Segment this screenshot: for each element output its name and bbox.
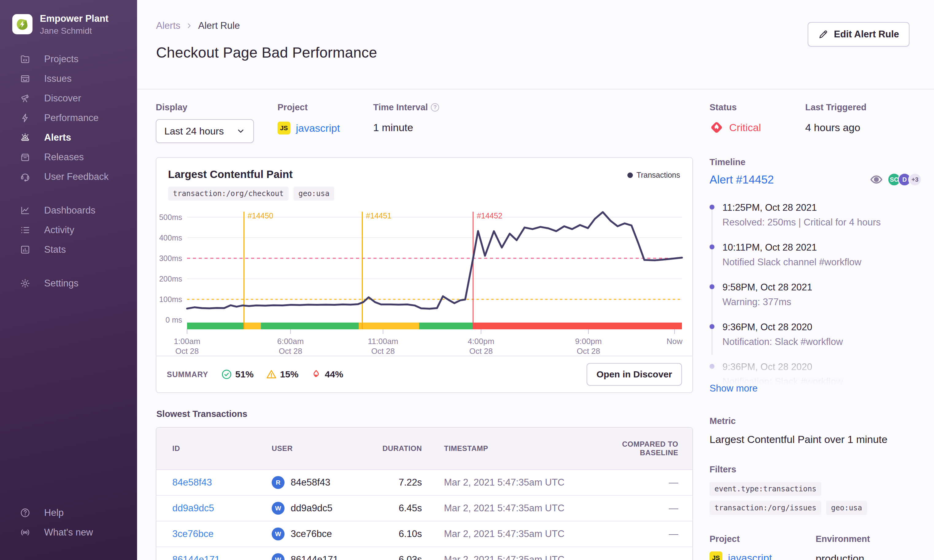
y-axis-tick-label: 500ms [159,213,182,222]
timestamp-cell: Mar 2, 2021 5:47:35am UTC [422,547,618,560]
sidebar-item-activity[interactable]: Activity [0,220,137,240]
alert-number-link[interactable]: Alert #14452 [710,173,774,186]
svg-text:Oct 28: Oct 28 [279,346,303,356]
chart-legend[interactable]: Transactions [627,171,680,180]
sidebar-primary-nav: ProjectsIssuesDiscoverPerformanceAlertsR… [0,49,137,186]
x-axis-tick-label: 1:00am [174,337,201,346]
avatar--3[interactable]: +3 [908,173,922,186]
user-name-cell: 3ce76bce [291,528,332,540]
table-row: 3ce76bceW3ce76bce6.10sMar 2, 2021 5:47:3… [156,521,692,547]
page-header: Alerts Alert Rule Checkout Page Bad Perf… [137,0,934,89]
show-more-link[interactable]: Show more [710,383,758,394]
subscriber-avatars[interactable]: SCD+3 [870,173,922,186]
filter-tag-pill: geo:usa [826,501,867,515]
timestamp-cell: Mar 2, 2021 5:47:35am UTC [422,470,618,495]
telescope-icon [20,93,31,104]
breadcrumb-current: Alert Rule [198,20,240,31]
incident-marker-label: #14450 [248,211,273,220]
project-link[interactable]: javascript [296,122,340,134]
environment-value: production [816,553,922,560]
summary-ok: 51% [221,369,253,380]
sidebar-item-issues[interactable]: Issues [0,69,137,89]
transaction-id-link[interactable]: 86144e171 [172,554,220,560]
summary-label: SUMMARY [167,370,208,379]
svg-text:Oct 28: Oct 28 [371,346,395,356]
sidebar-item-performance[interactable]: Performance [0,108,137,128]
transaction-id-link[interactable]: 3ce76bce [172,528,213,539]
column-header-id: ID [156,428,272,470]
x-axis-tick-label: 9:00pm [575,337,602,346]
time-interval-value: 1 minute [373,122,439,134]
check-circle-icon [221,369,232,380]
sidebar-item-what-s-new[interactable]: What's new [0,523,137,542]
x-axis-tick-label: Now [667,337,682,346]
sidebar-item-help[interactable]: Help [0,503,137,523]
timestamp-cell: Mar 2, 2021 5:47:35am UTC [422,521,618,547]
transaction-id-link[interactable]: dd9a9dc5 [172,503,214,514]
eye-icon[interactable] [870,173,883,186]
support-icon [20,171,31,182]
last-triggered-label: Last Triggered [805,102,866,112]
summary-warning: 15% [266,369,298,380]
sidebar-item-dashboards[interactable]: Dashboards [0,201,137,220]
baseline-cell: — [618,495,692,521]
help-circle-icon [20,507,31,518]
sidebar-item-projects[interactable]: Projects [0,49,137,69]
column-header-user: USER [272,428,373,470]
transaction-id-link[interactable]: 84e58f43 [172,477,212,488]
svg-text:Oct 28: Oct 28 [469,346,493,356]
slowest-transactions-heading: Slowest Transactions [156,409,693,419]
filters-label: Filters [710,465,922,475]
details-project-link[interactable]: javascript [728,552,772,560]
table-row: 86144e171W86144e1716.03sMar 2, 2021 5:47… [156,547,692,560]
edit-alert-rule-button[interactable]: Edit Alert Rule [808,22,909,46]
breadcrumb-alerts-link[interactable]: Alerts [156,20,180,31]
open-in-discover-button[interactable]: Open in Discover [587,363,682,386]
chevron-down-icon [236,126,245,136]
x-axis-tick-label: 4:00pm [468,337,494,346]
sidebar-item-stats[interactable]: Stats [0,240,137,260]
lcp-chart-svg[interactable]: 500ms400ms300ms200ms100ms0 ms#14450#1445… [156,203,692,356]
project-label: Project [278,102,373,112]
svg-text:Oct 28: Oct 28 [175,346,199,356]
sidebar-item-settings[interactable]: Settings [0,274,137,293]
status-badge: Critical [710,120,805,134]
chevron-right-icon [185,22,193,30]
y-axis-tick-label: 400ms [159,234,182,242]
status-bar-segment [244,323,261,329]
incident-marker-label: #14451 [366,211,391,220]
status-label: Status [710,102,805,112]
sidebar-secondary-nav: DashboardsActivityStats [0,201,137,260]
sidebar-item-alerts[interactable]: Alerts [0,128,137,147]
details-project-label: Project [710,534,816,544]
warning-triangle-icon [266,369,277,380]
time-interval-label: Time Interval [373,102,428,112]
duration-cell: 6.10s [373,521,422,547]
metric-label: Metric [710,416,922,426]
list-icon [20,225,31,235]
org-switcher[interactable]: Empower Plant Jane Schmidt [0,0,137,36]
column-header-compared-to-baseline: COMPARED TO BASELINE [618,428,692,470]
y-axis-tick-label: 200ms [159,274,182,283]
broadcast-icon [20,527,31,538]
sidebar-item-discover[interactable]: Discover [0,89,137,108]
column-header-duration: DURATION [373,428,422,470]
sidebar-item-user-feedback[interactable]: User Feedback [0,167,137,186]
legend-dot-icon [627,172,633,178]
user-name-cell: 84e58f43 [291,477,330,488]
display-range-dropdown[interactable]: Last 24 hours [156,119,254,143]
main-area: Alerts Alert Rule Checkout Page Bad Perf… [137,0,934,560]
user-avatar: W [272,528,284,540]
table-row: dd9a9dc5Wdd9a9dc56.45sMar 2, 2021 5:47:3… [156,495,692,521]
x-axis-tick-label: 11:00am [368,337,398,346]
org-logo [12,14,32,34]
help-question-icon[interactable]: ? [431,103,439,112]
status-bar-segment [473,323,682,329]
duration-cell: 6.03s [373,547,422,560]
empower-plant-logo-icon [16,18,29,31]
incident-marker-label: #14452 [477,211,502,220]
flame-icon [310,369,322,380]
sidebar: Empower Plant Jane Schmidt ProjectsIssue… [0,0,137,560]
user-avatar: W [272,502,284,515]
sidebar-item-releases[interactable]: Releases [0,147,137,167]
